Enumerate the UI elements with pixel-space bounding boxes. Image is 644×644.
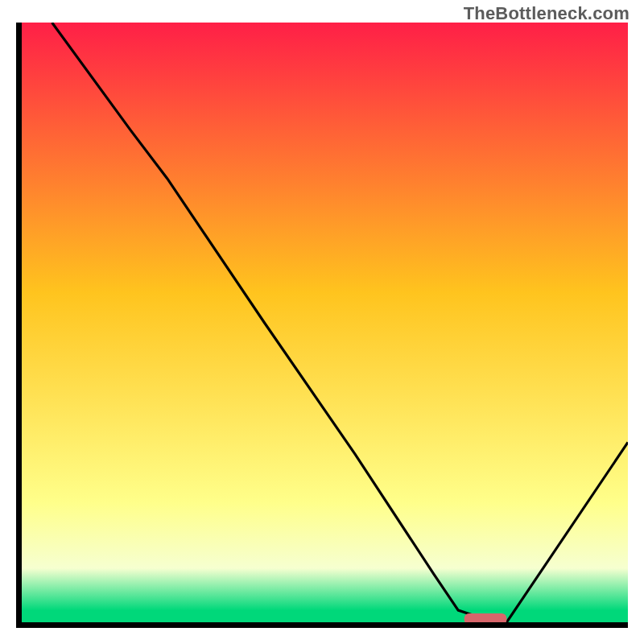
svg-rect-1 [464,613,507,622]
plot-area [22,23,628,622]
optimal-marker [22,23,628,622]
plot-axes [16,23,628,628]
chart-container: TheBottleneck.com [0,0,644,644]
watermark-text: TheBottleneck.com [464,3,630,24]
